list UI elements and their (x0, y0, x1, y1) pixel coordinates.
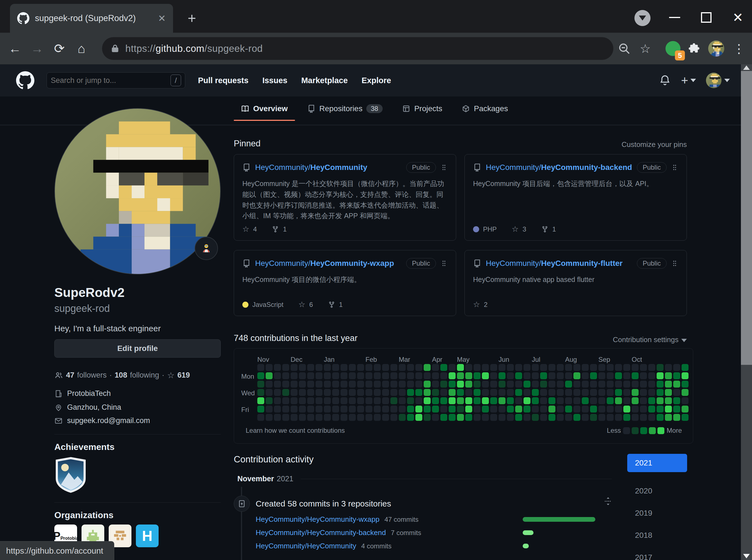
followers-count[interactable]: 47 (66, 371, 74, 380)
contribution-cell[interactable] (490, 364, 497, 371)
contribution-cell[interactable] (399, 414, 406, 421)
contribution-cell[interactable] (391, 414, 397, 421)
contribution-cell[interactable] (316, 389, 322, 396)
pinned-card-heycommunity-backend[interactable]: HeyCommunity/HeyCommunity-backend Public… (464, 154, 687, 241)
stars-count[interactable]: 619 (177, 371, 190, 380)
contribution-cell[interactable] (532, 381, 539, 387)
fork-count[interactable]: 1 (339, 301, 343, 308)
following-count[interactable]: 108 (115, 371, 127, 380)
contribution-cell[interactable] (440, 405, 447, 413)
contribution-cell[interactable] (274, 364, 281, 371)
contribution-cell[interactable] (573, 364, 580, 371)
contribution-cell[interactable] (482, 414, 489, 421)
nav-pull-requests[interactable]: Pull requests (198, 76, 249, 85)
contribution-cell[interactable] (624, 364, 630, 371)
contribution-cell[interactable] (498, 397, 506, 404)
contribution-cell[interactable] (274, 381, 281, 387)
fork-count[interactable]: 1 (552, 225, 556, 233)
contribution-cell[interactable] (540, 372, 547, 379)
contribution-cell[interactable] (457, 372, 464, 379)
repo-link[interactable]: HeyCommunity/HeyCommunity-wxapp (255, 259, 402, 268)
contribution-cell[interactable] (291, 405, 298, 413)
contribution-cell[interactable] (257, 397, 264, 404)
contribution-cell[interactable] (299, 381, 306, 387)
contribution-cell[interactable] (532, 397, 539, 404)
repo-link[interactable]: HeyCommunity/HeyCommunity-flutter (486, 259, 633, 268)
contribution-cell[interactable] (615, 381, 622, 387)
notifications-bell-icon[interactable] (659, 74, 671, 86)
contribution-cell[interactable] (640, 389, 647, 396)
company-name[interactable]: ProtobiaTech (67, 389, 111, 398)
contribution-cell[interactable] (340, 414, 348, 421)
contribution-cell[interactable] (490, 397, 497, 404)
contribution-cell[interactable] (515, 372, 522, 379)
contribution-cell[interactable] (648, 397, 655, 404)
contribution-cell[interactable] (607, 381, 614, 387)
contribution-cell[interactable] (673, 414, 680, 421)
repo-link[interactable]: HeyCommunity/HeyCommunity-backend (486, 163, 633, 172)
contribution-cell[interactable] (407, 389, 414, 396)
contribution-cell[interactable] (291, 381, 298, 387)
contribution-cell[interactable] (498, 381, 506, 387)
contribution-cell[interactable] (673, 389, 680, 396)
contribution-cell[interactable] (465, 389, 472, 396)
contribution-cell[interactable] (449, 372, 456, 379)
commit-repo-link[interactable]: HeyCommunity/HeyCommunity-backend (256, 528, 386, 537)
contribution-cell[interactable] (449, 364, 456, 371)
contribution-cell[interactable] (573, 397, 580, 404)
contribution-cell[interactable] (582, 364, 589, 371)
contribution-cell[interactable] (474, 372, 480, 379)
contribution-cell[interactable] (523, 405, 531, 413)
new-tab-button[interactable]: + (183, 9, 201, 27)
contribution-cell[interactable] (523, 389, 531, 396)
contribution-cell[interactable] (590, 372, 597, 379)
contribution-cell[interactable] (357, 389, 364, 396)
contribution-cell[interactable] (482, 372, 489, 379)
contribution-cell[interactable] (291, 397, 298, 404)
contribution-cell[interactable] (391, 405, 397, 413)
contribution-cell[interactable] (598, 414, 605, 421)
window-minimize-button[interactable] (665, 8, 684, 27)
contribution-cell[interactable] (349, 381, 356, 387)
contribution-cell[interactable] (449, 381, 456, 387)
contribution-cell[interactable] (257, 364, 264, 371)
contribution-cell[interactable] (324, 372, 331, 379)
drag-grip-icon[interactable] (440, 164, 448, 171)
contribution-cell[interactable] (465, 405, 472, 413)
contribution-cell[interactable] (299, 414, 306, 421)
contribution-cell[interactable] (415, 405, 422, 413)
contribution-cell[interactable] (374, 381, 381, 387)
contribution-cell[interactable] (498, 389, 506, 396)
contribution-cell[interactable] (557, 372, 564, 379)
nav-explore[interactable]: Explore (361, 76, 391, 85)
contribution-cell[interactable] (573, 405, 580, 413)
contribution-cell[interactable] (648, 372, 655, 379)
contribution-cell[interactable] (632, 405, 639, 413)
contribution-cell[interactable] (673, 364, 680, 371)
contribution-cell[interactable] (265, 414, 273, 421)
contribution-cell[interactable] (523, 414, 531, 421)
contribution-cell[interactable] (374, 414, 381, 421)
contribution-cell[interactable] (440, 372, 447, 379)
contribution-cell[interactable] (665, 389, 672, 396)
github-search-box[interactable]: / (46, 72, 185, 88)
contribution-cell[interactable] (324, 389, 331, 396)
contribution-cell[interactable] (457, 364, 464, 371)
contribution-cell[interactable] (424, 397, 431, 404)
contribution-cell[interactable] (673, 405, 680, 413)
contribution-cell[interactable] (648, 364, 655, 371)
contribution-cell[interactable] (490, 389, 497, 396)
contribution-cell[interactable] (532, 405, 539, 413)
contribution-cell[interactable] (607, 364, 614, 371)
contribution-cell[interactable] (640, 372, 647, 379)
contribution-cell[interactable] (415, 414, 422, 421)
contribution-cell[interactable] (582, 414, 589, 421)
contribution-cell[interactable] (407, 414, 414, 421)
tab-search-button[interactable] (634, 10, 651, 26)
contribution-cell[interactable] (681, 364, 689, 371)
contribution-cell[interactable] (665, 381, 672, 387)
contribution-cell[interactable] (432, 372, 439, 379)
contribution-cell[interactable] (282, 372, 289, 379)
contribution-cell[interactable] (565, 381, 572, 387)
contribution-cell[interactable] (590, 397, 597, 404)
